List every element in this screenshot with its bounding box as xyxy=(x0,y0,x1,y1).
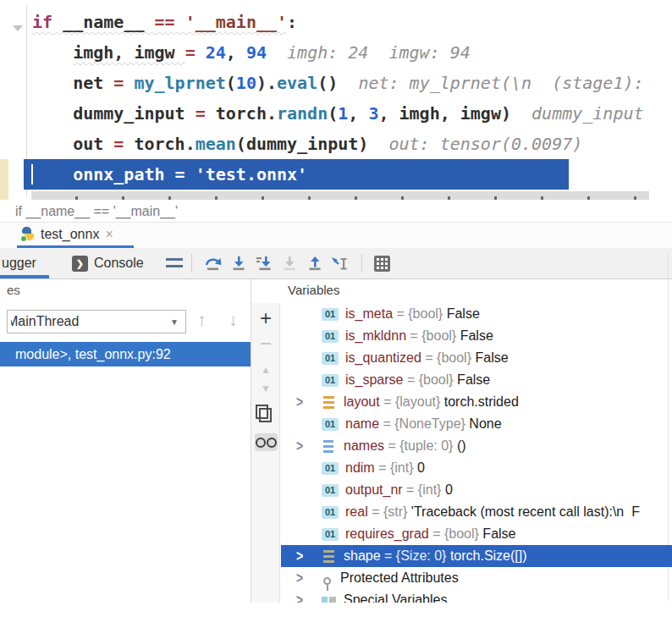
variable-row[interactable]: 01is_meta = {bool} False xyxy=(281,303,672,325)
step-out-button[interactable] xyxy=(302,252,328,274)
code-line[interactable]: out = torch.mean(dummy_input) out: tenso… xyxy=(32,129,644,159)
breadcrumb[interactable]: if __name__ == '__main__' xyxy=(15,201,178,222)
expand-chevron-icon[interactable]: > xyxy=(296,592,322,603)
console-icon: ❯ xyxy=(72,256,88,272)
code-token: randn xyxy=(277,103,328,124)
code-token xyxy=(32,42,73,63)
variable-name: shape xyxy=(344,548,381,564)
python-file-icon xyxy=(20,227,35,241)
b01-icon: 01 xyxy=(322,506,339,519)
variable-value: False xyxy=(482,526,515,542)
toolbar-separator xyxy=(191,254,192,273)
show-watches-icon[interactable] xyxy=(255,433,278,451)
variable-row[interactable]: 01is_quantized = {bool} False xyxy=(281,347,672,369)
variable-row[interactable]: 01is_mkldnn = {bool} False xyxy=(281,325,672,347)
variable-row[interactable]: 01ndim = {int} 0 xyxy=(281,457,672,479)
code-line[interactable]: imgh, imgw = 24, 94 imgh: 24 imgw: 94 xyxy=(32,37,644,68)
variable-row[interactable]: 01name = {NoneType} None xyxy=(281,413,672,435)
bars-olive-icon xyxy=(323,550,334,563)
code-editor[interactable]: if __name__ == '__main__': imgh, imgw = … xyxy=(0,0,672,200)
expand-chevron-icon[interactable]: > xyxy=(296,438,322,454)
code-token: () xyxy=(317,73,338,93)
variable-row[interactable]: 01requires_grad = {bool} False xyxy=(281,523,672,545)
variable-name: layout xyxy=(344,394,380,410)
code-token: , imgh, imgw) xyxy=(378,103,511,124)
b01-icon: 01 xyxy=(322,308,339,321)
variable-value: False xyxy=(447,306,480,322)
variable-row[interactable]: >names = {tuple: 0} () xyxy=(281,435,672,457)
execution-line[interactable]: onnx_path = 'test.onnx' xyxy=(24,159,569,190)
add-watch-button[interactable]: + xyxy=(251,306,280,330)
chevron-down-icon: ▼ xyxy=(170,317,179,327)
code-token: eval xyxy=(277,73,317,93)
step-into-my-code-button[interactable] xyxy=(277,252,302,274)
move-down-button[interactable]: ▼ xyxy=(251,383,280,394)
force-step-into-icon xyxy=(256,256,273,271)
code-token: = xyxy=(196,103,216,124)
expand-chevron-icon[interactable]: > xyxy=(296,394,322,410)
variable-name: is_meta xyxy=(345,306,393,322)
run-to-cursor-button[interactable] xyxy=(328,252,353,274)
variable-type: {int} xyxy=(390,460,417,476)
frame-up-icon[interactable]: ↑ xyxy=(197,310,207,330)
variable-row[interactable]: 01output_nr = {int} 0 xyxy=(281,479,672,501)
code-token: , xyxy=(226,42,246,63)
code-line[interactable]: dummy_input = torch.randn(1, 3, imgh, im… xyxy=(32,98,644,129)
move-up-button[interactable]: ▲ xyxy=(251,364,280,376)
code-token: __name__ xyxy=(52,12,154,32)
variable-value: 0 xyxy=(445,482,453,498)
tree-group-row[interactable]: >Special Variables xyxy=(281,589,672,603)
equals-sign: = xyxy=(403,372,418,388)
variable-type: {bool} xyxy=(444,526,482,542)
code-line[interactable]: net = my_lprnet(10).eval() net: my_lprne… xyxy=(32,68,644,98)
variable-row[interactable]: 01is_sparse = {bool} False xyxy=(281,369,672,391)
stack-frame-row[interactable]: module>, test_onnx.py:92 xyxy=(0,342,251,366)
layout-settings-icon[interactable] xyxy=(166,258,183,269)
variable-type: {int} xyxy=(418,482,445,498)
tab-console[interactable]: ❯ Console xyxy=(72,256,144,272)
debug-tab-bar: test_onnx × xyxy=(0,223,672,248)
variable-name: name xyxy=(345,416,379,432)
code-token: imgh, imgw xyxy=(73,42,185,63)
variable-name: is_sparse xyxy=(345,372,403,388)
expand-chevron-icon[interactable]: > xyxy=(296,548,322,565)
variable-type: {NoneType} xyxy=(394,416,469,432)
tree-group-row[interactable]: >Protected Attributes xyxy=(281,567,672,589)
code-token: out xyxy=(32,134,113,154)
code-token: net xyxy=(32,73,113,93)
code-token: : xyxy=(287,12,297,32)
squares-icon xyxy=(322,597,336,603)
equals-sign: = xyxy=(429,526,444,542)
remove-watch-button[interactable]: − xyxy=(251,332,280,355)
debugger-active-indicator xyxy=(0,275,49,278)
force-step-into-button[interactable] xyxy=(251,252,277,274)
bars-orange-icon xyxy=(323,396,334,409)
code-line[interactable]: if __name__ == '__main__': xyxy=(32,7,644,37)
tab-debugger[interactable]: ugger xyxy=(0,248,47,278)
evaluate-expression-button[interactable] xyxy=(374,256,390,272)
tab-close-icon[interactable]: × xyxy=(105,227,113,242)
key-icon xyxy=(323,577,331,585)
tab-test-onnx[interactable]: test_onnx × xyxy=(20,223,113,245)
variable-name: real xyxy=(345,504,368,520)
equals-sign: = xyxy=(379,416,394,432)
variable-row[interactable]: 01real = {str} 'Traceback (most recent c… xyxy=(281,501,672,523)
variable-row[interactable]: >layout = {layout} torch.strided xyxy=(281,391,672,413)
fold-marker-icon[interactable] xyxy=(13,25,23,31)
variable-value: False xyxy=(457,372,490,388)
breadcrumb-bar: if __name__ == '__main__' xyxy=(0,201,672,223)
variable-row[interactable]: >shape = {Size: 0} torch.Size([]) xyxy=(281,545,672,567)
variable-value: 0 xyxy=(417,460,425,476)
frame-down-icon[interactable]: ↓ xyxy=(229,310,238,330)
code-token: ( xyxy=(226,73,236,93)
variable-name: ndim xyxy=(345,460,375,476)
copy-icon[interactable] xyxy=(259,408,272,422)
step-over-button[interactable] xyxy=(201,252,226,274)
code-token: = xyxy=(113,73,134,93)
expand-chevron-icon[interactable]: > xyxy=(296,570,322,587)
equals-sign: = xyxy=(421,350,437,366)
code-token: 24 xyxy=(206,42,226,63)
step-into-button[interactable] xyxy=(226,252,251,274)
thread-dropdown[interactable]: MainThread ▼ xyxy=(7,310,186,333)
frames-panel-header: es xyxy=(7,283,20,297)
